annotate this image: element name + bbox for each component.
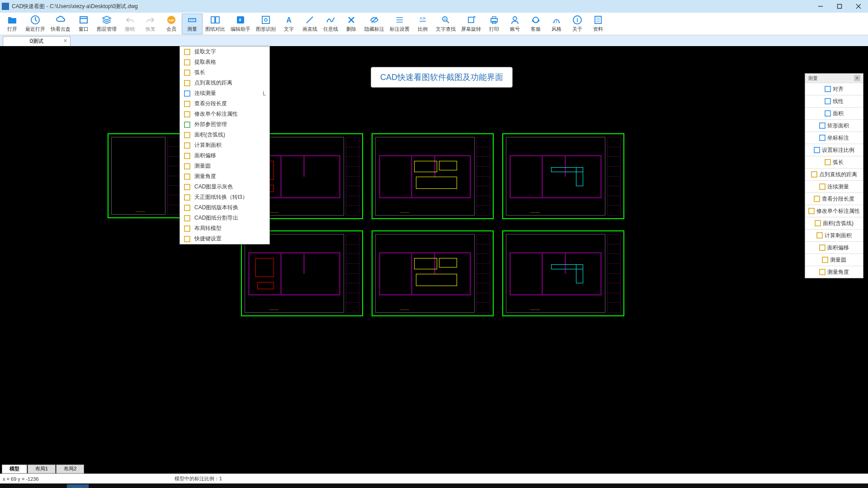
panel-item-rect-area[interactable]: 矩形面积 — [805, 119, 863, 131]
menu-item-edit-dim[interactable]: 修改单个标注属性 — [180, 109, 269, 119]
floor-plan — [509, 142, 602, 205]
menu-item-measure-circle[interactable]: 测量圆 — [180, 161, 269, 171]
toolbar-support-button[interactable]: 客服 — [525, 14, 546, 34]
layout-tabbar: 模型布局1布局2 — [0, 464, 868, 474]
menu-item-layout-model[interactable]: 布局转模型 — [180, 223, 269, 234]
menu-item-xref[interactable]: 外部参照管理 — [180, 119, 269, 130]
toolbar-text-button[interactable]: A文字 — [278, 14, 299, 34]
toolbar-print-button[interactable]: 打印 — [484, 14, 505, 34]
toolbar-delete-button[interactable]: 删除 — [341, 14, 362, 34]
dim-setting-icon — [395, 15, 405, 25]
statusbar: x = 69 y = -1236 模型中的标注比例：1 — [0, 474, 868, 483]
start-button[interactable] — [2, 484, 24, 488]
menu-item-continuous[interactable]: 连续测量L — [180, 88, 269, 99]
toolbar-window-button[interactable]: 窗口 — [73, 14, 94, 34]
extract-table-icon — [184, 59, 191, 66]
toolbar-measure-button[interactable]: 测量 — [182, 14, 203, 34]
toolbar-undo-button[interactable]: 撤销 — [119, 14, 140, 34]
panel-item-area-off[interactable]: 面积偏移 — [805, 241, 863, 253]
maximize-button[interactable] — [835, 2, 844, 10]
toolbar-recent-button[interactable]: 最近打开 — [23, 14, 48, 34]
svg-line-29 — [447, 21, 449, 23]
account-icon — [510, 15, 520, 25]
toolbar-redo-button[interactable]: 恢复 — [140, 14, 161, 34]
layout-model-icon — [184, 225, 191, 232]
toolbar-label: 文字查找 — [436, 26, 456, 33]
menu-item-hotkey[interactable]: 快捷键设置 — [180, 234, 269, 244]
panel-item-arc[interactable]: 弧长 — [805, 156, 863, 168]
panel-item-angle[interactable]: 测量角度 — [805, 266, 863, 278]
toolbar-edit-button[interactable]: 编辑助手 — [228, 14, 253, 34]
toolbar-hide-dim-button[interactable]: 隐藏标注 — [362, 14, 387, 34]
menu-item-arc-len[interactable]: 弧长 — [180, 67, 269, 78]
toolbar-cloud-button[interactable]: 快看云盘 — [48, 14, 73, 34]
menu-item-measure-angle[interactable]: 测量角度 — [180, 171, 269, 182]
menu-item-ver-convert[interactable]: CAD图纸版本转换 — [180, 202, 269, 213]
calc-rest-icon — [816, 232, 823, 239]
toolbar-scale-button[interactable]: A:B比例 — [412, 14, 433, 34]
menu-item-extract-table[interactable]: 提取表格 — [180, 57, 269, 67]
tab-close-icon[interactable]: ✕ — [63, 38, 67, 44]
layout-tab-1[interactable]: 布局1 — [28, 465, 56, 474]
menu-item-calc-area[interactable]: 计算剩面积 — [180, 140, 269, 150]
menu-item-gray[interactable]: CAD图显示灰色 — [180, 182, 269, 192]
svg-rect-73 — [825, 160, 830, 165]
panel-item-pt-line[interactable]: 点到直线的距离 — [805, 168, 863, 180]
toolbar-vip-button[interactable]: VIP会员 — [161, 14, 182, 34]
circle-icon — [822, 257, 828, 263]
toolbar-resource-button[interactable]: 资料 — [588, 14, 609, 34]
toolbar-about-button[interactable]: i关于 — [567, 14, 588, 34]
menu-item-extract-text[interactable]: 提取文字 — [180, 47, 269, 57]
panel-close-icon[interactable]: ✕ — [854, 75, 860, 81]
panel-item-area[interactable]: 面积 — [805, 107, 863, 119]
panel-item-align[interactable]: 对齐 — [805, 83, 863, 95]
panel-item-circle[interactable]: 测量圆 — [805, 253, 863, 266]
menu-item-area-arc[interactable]: 面积(含弧线) — [180, 130, 269, 140]
toolbar-compare-button[interactable]: 图纸对比 — [203, 14, 228, 34]
panel-item-calc-rest[interactable]: 计算剩面积 — [805, 229, 863, 241]
minimize-button[interactable] — [816, 2, 825, 10]
toolbar-account-button[interactable]: 账号 — [505, 14, 525, 34]
cortana-button[interactable] — [24, 484, 45, 488]
toolbar-layer-button[interactable]: 图层管理 — [94, 14, 119, 34]
align-icon — [825, 86, 831, 92]
menu-item-area-offset[interactable]: 面积偏移 — [180, 150, 269, 161]
menu-item-segment[interactable]: 查看分段长度 — [180, 99, 269, 109]
panel-item-cont-measure[interactable]: 连续测量 — [805, 180, 863, 192]
menu-item-tz-convert[interactable]: 天正图纸转换（转t3） — [180, 192, 269, 202]
svg-rect-66 — [184, 236, 190, 242]
panel-item-label: 线性 — [833, 98, 844, 105]
panel-item-set-scale[interactable]: 设置标注比例 — [805, 144, 863, 156]
toolbar-recognize-button[interactable]: 图形识别 — [253, 14, 278, 34]
layout-tab-0[interactable]: 模型 — [2, 465, 27, 474]
layout-tab-2[interactable]: 布局2 — [56, 465, 84, 474]
toolbar-find-button[interactable]: A文字查找 — [433, 14, 458, 34]
menu-item-split-export[interactable]: CAD图纸分割导出 — [180, 213, 269, 223]
coordinates-readout: x = 69 y = -1236 — [3, 476, 175, 482]
toolbar-label: 窗口 — [79, 26, 89, 33]
toolbar-dim-setting-button[interactable]: 标注设置 — [387, 14, 412, 34]
recognize-icon — [261, 15, 271, 25]
floor-plan — [379, 142, 471, 205]
panel-item-area-arc2[interactable]: 面积(含弧线) — [805, 217, 863, 229]
explorer-button[interactable] — [45, 484, 67, 488]
panel-item-edit-single[interactable]: 修改单个标注属性 — [805, 205, 863, 217]
panel-item-coord-dim[interactable]: 坐标标注 — [805, 131, 863, 144]
drawing-canvas[interactable]: 提取文字提取表格弧长点到直线的距离连续测量L查看分段长度修改单个标注属性外部参照… — [0, 46, 868, 464]
svg-rect-54 — [184, 112, 190, 117]
document-tab[interactable]: 0测试 ✕ — [3, 36, 71, 46]
extract-text-icon — [184, 48, 191, 56]
titlebar: CAD快速看图 - C:\Users\xiezy-a\Desktop\0测试.d… — [0, 0, 868, 13]
panel-item-linear[interactable]: 线性 — [805, 95, 863, 107]
toolbar-freeline-button[interactable]: 任意线 — [320, 14, 341, 34]
toolbar-label: 风格 — [552, 26, 561, 33]
cad-app-button[interactable]: CAD — [67, 484, 89, 488]
toolbar-open-button[interactable]: 打开 — [2, 14, 23, 34]
toolbar-line-button[interactable]: 画直线 — [299, 14, 320, 34]
toolbar-rotate-button[interactable]: 屏幕旋转 — [458, 14, 484, 34]
menu-item-pt-line-dist[interactable]: 点到直线的距离 — [180, 78, 269, 88]
panel-item-seg-len[interactable]: 查看分段长度 — [805, 192, 863, 205]
close-button[interactable] — [854, 2, 863, 10]
toolbar-style-button[interactable]: 风格 — [546, 14, 567, 34]
edit-dim-icon — [184, 111, 191, 118]
